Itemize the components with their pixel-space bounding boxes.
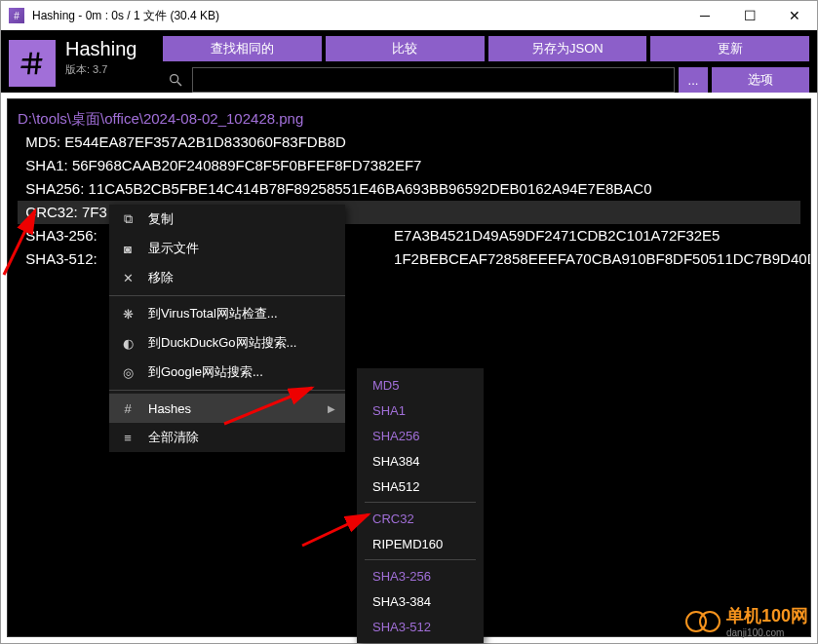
- button-row: 查找相同的 比较 另存为JSON 更新: [163, 36, 809, 61]
- copy-icon: ⧉: [119, 210, 136, 228]
- watermark-logo-icon: [685, 611, 721, 632]
- google-icon: ◎: [119, 363, 136, 381]
- find-same-button[interactable]: 查找相同的: [163, 36, 322, 61]
- app-version: 版本: 3.7: [65, 62, 153, 77]
- search-icon: [163, 67, 188, 93]
- ctx-hashes[interactable]: #Hashes▶: [109, 394, 345, 423]
- update-button[interactable]: 更新: [650, 36, 809, 61]
- search-input[interactable]: [192, 67, 675, 93]
- hash-line-md5[interactable]: MD5: E544EA87EF357A2B1D833060F83FDB8D: [18, 131, 800, 154]
- ctx-virustotal[interactable]: ❋到VirusTotal网站检查...: [109, 299, 345, 328]
- ctx-duckduckgo[interactable]: ◐到DuckDuckGo网站搜索...: [109, 328, 345, 358]
- ctx-google[interactable]: ◎到Google网站搜索...: [109, 358, 345, 387]
- remove-icon: ✕: [119, 269, 136, 286]
- window-controls: ─ ☐ ✕: [682, 1, 817, 30]
- sub-sha3-512[interactable]: SHA3-512: [357, 614, 484, 639]
- svg-line-1: [177, 82, 181, 86]
- svg-point-0: [171, 75, 178, 83]
- close-button[interactable]: ✕: [772, 1, 817, 30]
- options-button[interactable]: 选项: [712, 67, 809, 93]
- sub-sha3-256[interactable]: SHA3-256: [357, 563, 484, 588]
- titlebar: # Hashing - 0m : 0s / 1 文件 (30.4 KB) ─ ☐…: [1, 1, 817, 30]
- toolbar: 查找相同的 比较 另存为JSON 更新 ... 选项: [163, 36, 809, 93]
- ctx-separator: [109, 390, 345, 391]
- hash-line-sha1[interactable]: SHA1: 56F968CAAB20F240889FC8F5F0BFEF8FD7…: [18, 154, 800, 177]
- clear-icon: ≡: [119, 429, 136, 446]
- search-row: ... 选项: [163, 67, 809, 93]
- ctx-separator: [109, 295, 345, 296]
- header: Hashing 版本: 3.7 查找相同的 比较 另存为JSON 更新 ... …: [1, 30, 817, 93]
- hash-icon: [18, 49, 47, 78]
- more-button[interactable]: ...: [679, 67, 708, 93]
- sub-sha384[interactable]: SHA384: [357, 448, 484, 474]
- chevron-right-icon: ▶: [328, 403, 335, 414]
- file-path[interactable]: D:\tools\桌面\office\2024-08-02_102428.png: [18, 107, 800, 131]
- app-titlebar-icon: #: [9, 8, 24, 23]
- sub-sha1[interactable]: SHA1: [357, 398, 484, 423]
- compare-button[interactable]: 比较: [326, 36, 485, 61]
- camera-icon: ◙: [119, 240, 136, 257]
- duck-icon: ◐: [119, 334, 136, 352]
- app-title-block: Hashing 版本: 3.7: [65, 36, 153, 77]
- minimize-button[interactable]: ─: [682, 1, 727, 30]
- context-menu: ⧉复制 ◙显示文件 ✕移除 ❋到VirusTotal网站检查... ◐到Duck…: [109, 205, 345, 452]
- watermark-url: danji100.com: [726, 627, 808, 638]
- ctx-clear-all[interactable]: ≡全部清除: [109, 423, 345, 452]
- sub-sha256[interactable]: SHA256: [357, 423, 484, 448]
- sub-separator: [365, 559, 476, 560]
- sub-ripemd160[interactable]: RIPEMD160: [357, 531, 484, 556]
- watermark: 单机100网 danji100.com: [685, 604, 808, 638]
- ctx-show-file[interactable]: ◙显示文件: [109, 234, 345, 263]
- app-title: Hashing: [65, 38, 153, 60]
- hash-line-sha256[interactable]: SHA256: 11CA5B2CB5FBE14C414B78F89258551E…: [18, 177, 800, 201]
- sub-md5[interactable]: MD5: [357, 372, 484, 398]
- hash-icon: #: [119, 399, 136, 417]
- maximize-button[interactable]: ☐: [727, 1, 772, 30]
- ctx-remove[interactable]: ✕移除: [109, 263, 345, 292]
- sub-crc32[interactable]: CRC32: [357, 506, 484, 531]
- save-json-button[interactable]: 另存为JSON: [488, 36, 647, 61]
- sub-separator: [365, 502, 476, 503]
- sub-sha512[interactable]: SHA512: [357, 474, 484, 499]
- titlebar-text: Hashing - 0m : 0s / 1 文件 (30.4 KB): [32, 8, 682, 24]
- virus-icon: ❋: [119, 305, 136, 322]
- watermark-title: 单机100网: [726, 604, 808, 627]
- app-icon: [9, 40, 56, 87]
- sub-sha3-384[interactable]: SHA3-384: [357, 588, 484, 614]
- ctx-copy[interactable]: ⧉复制: [109, 205, 345, 234]
- hashes-submenu: MD5 SHA1 SHA256 SHA384 SHA512 CRC32 RIPE…: [357, 368, 484, 643]
